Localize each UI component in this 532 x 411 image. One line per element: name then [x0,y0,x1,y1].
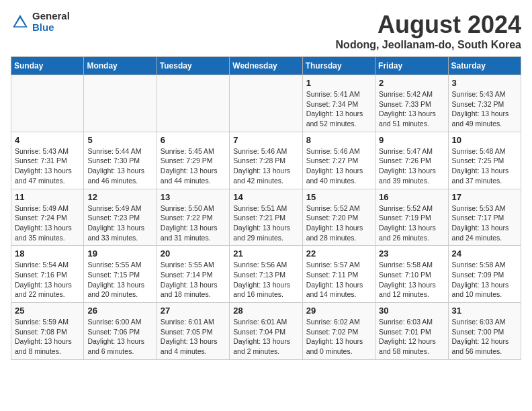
day-info: Sunrise: 5:43 AMSunset: 7:32 PMDaylight:… [452,89,517,129]
calendar-day-24: 24Sunrise: 5:58 AMSunset: 7:09 PMDayligh… [448,246,521,303]
weekday-header-tuesday: Tuesday [157,57,229,75]
calendar-day-7: 7Sunrise: 5:46 AMSunset: 7:28 PMDaylight… [230,132,302,189]
day-info: Sunrise: 5:44 AMSunset: 7:30 PMDaylight:… [87,146,152,186]
day-info: Sunrise: 6:00 AMSunset: 7:06 PMDaylight:… [87,317,152,357]
day-info: Sunrise: 5:46 AMSunset: 7:28 PMDaylight:… [233,146,298,186]
calendar-day-25: 25Sunrise: 5:59 AMSunset: 7:08 PMDayligh… [11,303,84,360]
calendar-day-26: 26Sunrise: 6:00 AMSunset: 7:06 PMDayligh… [84,303,157,360]
day-number: 27 [161,306,226,316]
day-info: Sunrise: 5:47 AMSunset: 7:26 PMDaylight:… [379,146,444,186]
day-number: 5 [87,135,152,145]
calendar-day-23: 23Sunrise: 5:58 AMSunset: 7:10 PMDayligh… [375,246,448,303]
calendar-day-31: 31Sunrise: 6:03 AMSunset: 7:00 PMDayligh… [448,303,521,360]
day-number: 26 [87,306,152,316]
day-number: 25 [15,306,80,316]
calendar-day-20: 20Sunrise: 5:55 AMSunset: 7:14 PMDayligh… [157,246,229,303]
weekday-header-saturday: Saturday [448,57,521,75]
day-number: 12 [87,192,152,202]
calendar-table: SundayMondayTuesdayWednesdayThursdayFrid… [11,56,521,360]
calendar-day-14: 14Sunrise: 5:51 AMSunset: 7:21 PMDayligh… [230,189,302,246]
day-info: Sunrise: 5:50 AMSunset: 7:22 PMDaylight:… [161,203,226,243]
calendar-week-row: 25Sunrise: 5:59 AMSunset: 7:08 PMDayligh… [11,303,521,360]
calendar-day-8: 8Sunrise: 5:46 AMSunset: 7:27 PMDaylight… [302,132,375,189]
day-info: Sunrise: 6:03 AMSunset: 7:01 PMDaylight:… [379,317,444,357]
day-number: 24 [452,248,517,259]
subtitle: Nodong, Jeollanam-do, South Korea [336,39,521,51]
calendar-day-10: 10Sunrise: 5:48 AMSunset: 7:25 PMDayligh… [448,132,521,189]
day-info: Sunrise: 5:51 AMSunset: 7:21 PMDaylight:… [233,203,298,243]
day-info: Sunrise: 6:03 AMSunset: 7:00 PMDaylight:… [452,317,517,357]
title-block: August 2024 Nodong, Jeollanam-do, South … [336,11,521,51]
weekday-header-monday: Monday [84,57,157,75]
day-number: 19 [87,248,152,259]
day-info: Sunrise: 6:02 AMSunset: 7:02 PMDaylight:… [306,317,371,357]
day-info: Sunrise: 6:01 AMSunset: 7:05 PMDaylight:… [161,317,226,357]
logo-general: General [32,11,70,22]
day-number: 31 [452,306,517,316]
logo-blue: Blue [32,22,70,34]
calendar-day-11: 11Sunrise: 5:49 AMSunset: 7:24 PMDayligh… [11,189,84,246]
logo: General Blue [11,11,70,33]
calendar-day-18: 18Sunrise: 5:54 AMSunset: 7:16 PMDayligh… [11,246,84,303]
weekday-header-sunday: Sunday [11,57,84,75]
day-info: Sunrise: 5:58 AMSunset: 7:09 PMDaylight:… [452,260,517,300]
calendar-day-12: 12Sunrise: 5:49 AMSunset: 7:23 PMDayligh… [84,189,157,246]
day-number: 15 [306,192,371,202]
day-info: Sunrise: 5:46 AMSunset: 7:27 PMDaylight:… [306,146,371,186]
calendar-day-22: 22Sunrise: 5:57 AMSunset: 7:11 PMDayligh… [302,246,375,303]
day-info: Sunrise: 5:54 AMSunset: 7:16 PMDaylight:… [15,260,80,300]
day-number: 22 [306,248,371,259]
calendar-day-29: 29Sunrise: 6:02 AMSunset: 7:02 PMDayligh… [302,303,375,360]
day-number: 6 [161,135,226,145]
day-number: 28 [233,306,298,316]
day-number: 29 [306,306,371,316]
calendar-empty-cell [230,75,302,132]
weekday-header-row: SundayMondayTuesdayWednesdayThursdayFrid… [11,57,521,75]
weekday-header-thursday: Thursday [302,57,375,75]
day-number: 10 [452,135,517,145]
logo-text: General Blue [32,11,70,33]
calendar-day-9: 9Sunrise: 5:47 AMSunset: 7:26 PMDaylight… [375,132,448,189]
logo-icon [11,13,30,32]
calendar-week-row: 4Sunrise: 5:43 AMSunset: 7:31 PMDaylight… [11,132,521,189]
weekday-header-friday: Friday [375,57,448,75]
day-number: 23 [379,248,444,259]
day-number: 17 [452,192,517,202]
calendar-day-13: 13Sunrise: 5:50 AMSunset: 7:22 PMDayligh… [157,189,229,246]
day-number: 14 [233,192,298,202]
day-info: Sunrise: 5:52 AMSunset: 7:20 PMDaylight:… [306,203,371,243]
main-title: August 2024 [336,11,521,39]
calendar-week-row: 11Sunrise: 5:49 AMSunset: 7:24 PMDayligh… [11,189,521,246]
day-number: 13 [161,192,226,202]
day-number: 2 [379,78,444,88]
day-info: Sunrise: 5:55 AMSunset: 7:15 PMDaylight:… [87,260,152,300]
day-info: Sunrise: 5:55 AMSunset: 7:14 PMDaylight:… [161,260,226,300]
calendar-week-row: 18Sunrise: 5:54 AMSunset: 7:16 PMDayligh… [11,246,521,303]
day-number: 16 [379,192,444,202]
day-number: 21 [233,248,298,259]
day-number: 1 [306,78,371,88]
day-info: Sunrise: 5:58 AMSunset: 7:10 PMDaylight:… [379,260,444,300]
calendar-day-6: 6Sunrise: 5:45 AMSunset: 7:29 PMDaylight… [157,132,229,189]
day-number: 7 [233,135,298,145]
calendar-day-3: 3Sunrise: 5:43 AMSunset: 7:32 PMDaylight… [448,75,521,132]
calendar-day-17: 17Sunrise: 5:53 AMSunset: 7:17 PMDayligh… [448,189,521,246]
day-info: Sunrise: 5:45 AMSunset: 7:29 PMDaylight:… [161,146,226,186]
calendar-day-2: 2Sunrise: 5:42 AMSunset: 7:33 PMDaylight… [375,75,448,132]
day-info: Sunrise: 6:01 AMSunset: 7:04 PMDaylight:… [233,317,298,357]
calendar-day-1: 1Sunrise: 5:41 AMSunset: 7:34 PMDaylight… [302,75,375,132]
calendar-day-27: 27Sunrise: 6:01 AMSunset: 7:05 PMDayligh… [157,303,229,360]
calendar-day-4: 4Sunrise: 5:43 AMSunset: 7:31 PMDaylight… [11,132,84,189]
day-number: 8 [306,135,371,145]
calendar-day-19: 19Sunrise: 5:55 AMSunset: 7:15 PMDayligh… [84,246,157,303]
day-info: Sunrise: 5:49 AMSunset: 7:24 PMDaylight:… [15,203,80,243]
day-info: Sunrise: 5:56 AMSunset: 7:13 PMDaylight:… [233,260,298,300]
day-number: 20 [161,248,226,259]
weekday-header-wednesday: Wednesday [230,57,302,75]
day-number: 3 [452,78,517,88]
day-number: 30 [379,306,444,316]
day-number: 9 [379,135,444,145]
page-header: General Blue August 2024 Nodong, Jeollan… [11,11,521,51]
day-info: Sunrise: 5:49 AMSunset: 7:23 PMDaylight:… [87,203,152,243]
day-number: 18 [15,248,80,259]
